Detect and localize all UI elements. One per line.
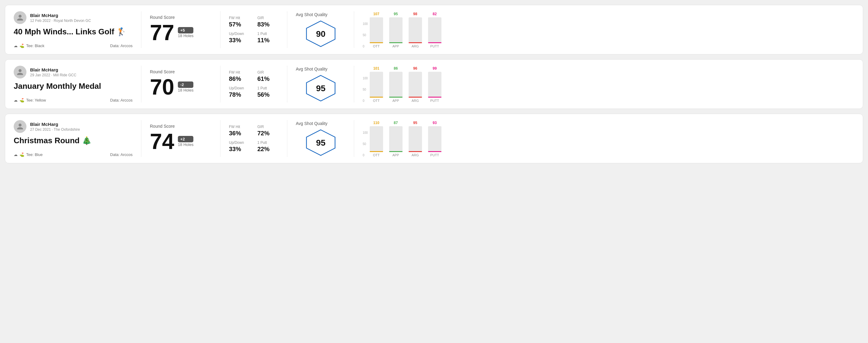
stats-grid: FW Hit 57% GIR 83% Up/Down 33% 1 Putt 11… [229, 16, 278, 44]
updown-label: Up/Down [229, 86, 250, 90]
round-score-label: Round Score [150, 124, 212, 129]
holes-label: 18 Holes [178, 33, 193, 38]
avatar [14, 11, 26, 24]
fw-hit-value: 86% [229, 75, 250, 83]
fw-hit-stat: FW Hit 36% [229, 125, 250, 137]
oneputt-value: 56% [257, 91, 279, 98]
oneputt-value: 11% [257, 37, 279, 44]
gir-label: GIR [257, 16, 279, 20]
oneputt-label: 1 Putt [257, 86, 279, 90]
updown-stat: Up/Down 78% [229, 86, 250, 98]
middle-section: Round Score 74 +2 18 Holes [142, 120, 220, 157]
oneputt-label: 1 Putt [257, 141, 279, 145]
quality-label: Avg Shot Quality [296, 12, 328, 17]
chart-section: 100 50 0 110 OTT 87 [354, 120, 854, 157]
updown-label: Up/Down [229, 141, 250, 145]
big-score: 77 [150, 22, 174, 43]
middle-section: Round Score 70 -2 18 Holes [142, 66, 220, 102]
middle-section: Round Score 77 +5 18 Holes [142, 11, 220, 48]
user-details: Blair McHarg 29 Jan 2022 · Mill Ride GCC [30, 67, 76, 77]
round-card-1: Blair McHarg 12 Feb 2022 · Royal North D… [5, 5, 863, 55]
bar-chart: 100 50 0 107 OTT 95 [363, 11, 854, 48]
fw-hit-label: FW Hit [229, 125, 250, 129]
score-badge: -2 [178, 82, 193, 88]
left-section: Blair McHarg 29 Jan 2022 · Mill Ride GCC… [14, 66, 142, 102]
round-card-2: Blair McHarg 29 Jan 2022 · Mill Ride GCC… [5, 59, 863, 109]
oneputt-stat: 1 Putt 22% [257, 141, 279, 153]
quality-label: Avg Shot Quality [296, 121, 328, 126]
round-title: Christmas Round 🎄 [14, 136, 132, 145]
user-name: Blair McHarg [30, 13, 91, 18]
fw-hit-stat: FW Hit 57% [229, 16, 250, 28]
round-score-label: Round Score [150, 69, 212, 74]
weather-icon: ☁ [14, 43, 18, 48]
bag-icon: ⛳ [20, 98, 24, 102]
chart-section: 100 50 0 107 OTT 95 [354, 11, 854, 48]
oneputt-label: 1 Putt [257, 32, 279, 36]
round-title: January Monthly Medal [14, 82, 132, 91]
holes-label: 18 Holes [178, 88, 193, 92]
weather-icon: ☁ [14, 152, 18, 157]
data-source: Data: Arccos [110, 152, 132, 157]
tee-label: Tee: Black [26, 43, 44, 48]
oneputt-stat: 1 Putt 11% [257, 32, 279, 44]
round-title: 40 Mph Winds... Links Golf 🏌 [14, 27, 132, 36]
quality-section: Avg Shot Quality 95 [287, 120, 354, 157]
user-date: 12 Feb 2022 · Royal North Devon GC [30, 19, 91, 23]
round-card-3: Blair McHarg 27 Dec 2021 · The Oxfordshi… [5, 114, 863, 163]
fw-hit-label: FW Hit [229, 16, 250, 20]
user-name: Blair McHarg [30, 67, 76, 72]
score-detail: +5 18 Holes [178, 27, 193, 38]
gir-value: 83% [257, 21, 279, 28]
tee-icons: ☁ ⛳ Tee: Black [14, 43, 44, 48]
updown-value: 78% [229, 91, 250, 98]
gir-stat: GIR 72% [257, 125, 279, 137]
tee-icons: ☁ ⛳ Tee: Blue [14, 152, 42, 157]
bar-chart: 100 50 0 101 OTT 86 [363, 66, 854, 102]
gir-stat: GIR 61% [257, 70, 279, 83]
hexagon: 90 [306, 20, 336, 48]
bar-chart: 100 50 0 110 OTT 87 [363, 120, 854, 157]
user-details: Blair McHarg 27 Dec 2021 · The Oxfordshi… [30, 122, 80, 132]
oneputt-stat: 1 Putt 56% [257, 86, 279, 98]
tee-info: ☁ ⛳ Tee: Yellow Data: Arccos [14, 98, 132, 102]
stats-section: FW Hit 86% GIR 61% Up/Down 78% 1 Putt 56… [220, 66, 287, 102]
gir-value: 61% [257, 75, 279, 83]
gir-label: GIR [257, 125, 279, 129]
updown-value: 33% [229, 37, 250, 44]
quality-label: Avg Shot Quality [296, 67, 328, 71]
updown-value: 33% [229, 146, 250, 153]
hexagon: 95 [306, 129, 336, 156]
updown-stat: Up/Down 33% [229, 32, 250, 44]
gir-stat: GIR 83% [257, 16, 279, 28]
score-badge: +2 [178, 136, 193, 142]
stats-section: FW Hit 57% GIR 83% Up/Down 33% 1 Putt 11… [220, 11, 287, 48]
hexagon: 95 [306, 74, 336, 102]
bag-icon: ⛳ [20, 43, 24, 48]
data-source: Data: Arccos [110, 98, 132, 102]
fw-hit-label: FW Hit [229, 70, 250, 74]
fw-hit-value: 36% [229, 130, 250, 137]
user-info: Blair McHarg 29 Jan 2022 · Mill Ride GCC [14, 66, 132, 79]
score-row: 74 +2 18 Holes [150, 130, 212, 152]
gir-value: 72% [257, 130, 279, 137]
weather-icon: ☁ [14, 98, 18, 102]
quality-section: Avg Shot Quality 95 [287, 66, 354, 102]
score-row: 70 -2 18 Holes [150, 76, 212, 98]
stats-grid: FW Hit 86% GIR 61% Up/Down 78% 1 Putt 56… [229, 70, 278, 98]
oneputt-value: 22% [257, 146, 279, 153]
tee-label: Tee: Yellow [26, 98, 46, 102]
user-icon [17, 14, 24, 21]
user-icon [17, 123, 24, 130]
data-source: Data: Arccos [110, 43, 132, 48]
svg-text:95: 95 [316, 84, 325, 93]
user-date: 27 Dec 2021 · The Oxfordshire [30, 127, 80, 132]
chart-section: 100 50 0 101 OTT 86 [354, 66, 854, 102]
score-detail: -2 18 Holes [178, 82, 193, 92]
holes-label: 18 Holes [178, 142, 193, 147]
score-row: 77 +5 18 Holes [150, 22, 212, 43]
stats-section: FW Hit 36% GIR 72% Up/Down 33% 1 Putt 22… [220, 120, 287, 157]
round-score-label: Round Score [150, 15, 212, 20]
score-badge: +5 [178, 27, 193, 33]
updown-label: Up/Down [229, 32, 250, 36]
